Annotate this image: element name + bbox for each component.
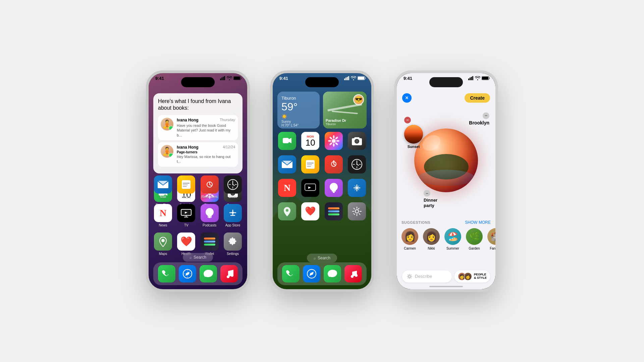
p2-appletv[interactable] [301,179,320,197]
dock-music[interactable] [220,265,238,282]
p2-clock[interactable] [347,155,367,173]
app-maps[interactable]: Maps [153,232,173,256]
app-notes[interactable]: Notes [176,175,196,199]
svg-rect-2 [223,77,224,80]
app-wallet[interactable]: Wallet [200,232,219,256]
p2-health-icon: ❤️ [301,202,319,220]
dinner-minus-btn[interactable]: − [424,190,430,197]
tv-icon [177,204,195,222]
svg-rect-49 [347,77,348,80]
siri-avatar-1: 🧘 [161,118,173,131]
wallet-icon [201,232,219,251]
dinner-bubble-group: − Dinnerparty [424,190,437,208]
svg-rect-0 [220,79,221,80]
p2-mail[interactable] [277,155,297,173]
p2-settings[interactable] [347,202,367,220]
news-label: News [159,223,167,227]
suggestions-section: SUGGESTIONS SHOW MORE 👩 Carmen 👩 Nikki 🏖… [397,220,495,250]
p2-reminders[interactable] [324,155,343,173]
svg-marker-90 [310,272,314,276]
weather-sun-icon: ☀️ [281,114,316,119]
dock-messages[interactable] [200,265,217,282]
playground-close-button[interactable]: × [402,93,412,103]
svg-rect-68 [307,166,311,167]
app-settings[interactable]: Settings [223,232,243,256]
battery-icon-3 [482,76,490,80]
playground-create-button[interactable]: Create [465,93,490,103]
people-style-badge[interactable]: 👩 👩 PEOPLE& STYLE [454,270,490,282]
status-icons-1 [220,76,242,80]
weather-widget[interactable]: Tiburon 59° ☀️ Sunny H:70° L:54° [277,92,320,128]
siri-msg-header-1: Ivana Hong Thursday [177,118,235,122]
app-podcasts[interactable]: Podcasts [200,204,219,227]
dock-phone[interactable] [158,265,175,282]
dock-2 [277,262,367,285]
mail-icon [154,175,172,194]
siri-msg-text-2: Hey Marissa, so nice to hang out t... [177,154,235,164]
svg-line-71 [334,164,335,165]
suggestion-summer[interactable]: 🏖️ Summer [444,228,461,250]
app-clock[interactable]: Clock [223,175,243,199]
suggestion-carmen[interactable]: 👩 Carmen [401,228,418,250]
p2-mail-icon [278,155,296,173]
dock2-phone[interactable] [282,265,300,282]
describe-input[interactable]: Describe [402,270,452,282]
p2-calendar[interactable]: MON 10 [301,132,320,150]
dynamic-island-2 [305,77,339,87]
weather-temp: 59° [281,101,316,113]
dock2-music[interactable] [344,265,362,282]
siri-message-1[interactable]: 🧘 Ivana Hong Thursday Have you read the … [158,115,238,140]
p2-news-icon: N [278,179,296,197]
suggestion-fantasy[interactable]: 🏰 Fantasy [487,228,495,250]
clock-icon [224,175,242,194]
p2-facetime[interactable] [277,132,297,150]
brooklyn-minus-btn[interactable]: − [483,112,489,119]
svg-point-87 [286,209,288,212]
dock-safari[interactable] [179,265,196,282]
p2-wallet[interactable] [324,202,343,220]
app-grid-1: Mail Notes Reminders [153,175,243,256]
maps-widget[interactable]: 😎 Paradise Dr Tiburon [323,92,367,128]
app-health[interactable]: ❤️ Health [176,232,196,256]
p2-app-row-2 [277,155,367,173]
app-news[interactable]: N News [153,204,173,227]
p2-notes[interactable] [301,155,320,173]
svg-point-88 [355,210,359,213]
dock2-safari[interactable] [303,265,320,282]
svg-line-25 [210,185,211,186]
p2-podcasts[interactable] [324,179,343,197]
p2-camera[interactable] [347,132,367,150]
people-av-2: 👩 [464,272,472,280]
p2-appstore[interactable] [347,179,367,197]
svg-point-99 [409,275,411,277]
show-more-button[interactable]: SHOW MORE [465,220,491,225]
sunset-minus-btn[interactable]: − [404,117,411,123]
news-icon: N [154,204,172,222]
status-icons-2 [344,76,366,80]
p2-maps[interactable] [277,202,297,220]
siri-card: Here's what I found from Ivana about boo… [153,93,243,173]
p2-calendar-icon: MON 10 [301,132,319,150]
water-reflection [418,170,475,186]
clock-label: Clock [228,195,237,199]
siri-message-2[interactable]: 🧘 Ivana Hong 4/12/24 Page-turners Hey Ma… [158,142,238,167]
p2-news[interactable]: N [277,179,297,197]
search-pill-2[interactable]: ⌕ Search [307,254,337,262]
describe-bar: Describe 👩 👩 PEOPLE& STYLE [402,270,490,282]
settings-label: Settings [227,252,239,256]
suggestion-nikki[interactable]: 👩 Nikki [423,228,440,250]
message-badge-2 [169,153,173,158]
p2-health[interactable]: ❤️ [301,202,320,220]
p2-photos[interactable] [324,132,343,150]
search-pill-1[interactable]: ⌕ Search [183,253,213,262]
brooklyn-label: Brooklyn [469,120,489,125]
app-reminders[interactable]: Reminders [200,175,219,199]
suggestion-garden[interactable]: 🌿 Garden [466,228,483,250]
siri-msg-content-1: Ivana Hong Thursday Have you read the bo… [177,118,235,138]
playground-top-bar: × Create [397,91,495,105]
app-tv[interactable]: TV [176,204,196,227]
dock2-messages[interactable] [324,265,341,282]
app-appstore[interactable]: App Store [223,204,243,227]
svg-rect-5 [234,77,240,80]
app-mail[interactable]: Mail [153,175,173,199]
